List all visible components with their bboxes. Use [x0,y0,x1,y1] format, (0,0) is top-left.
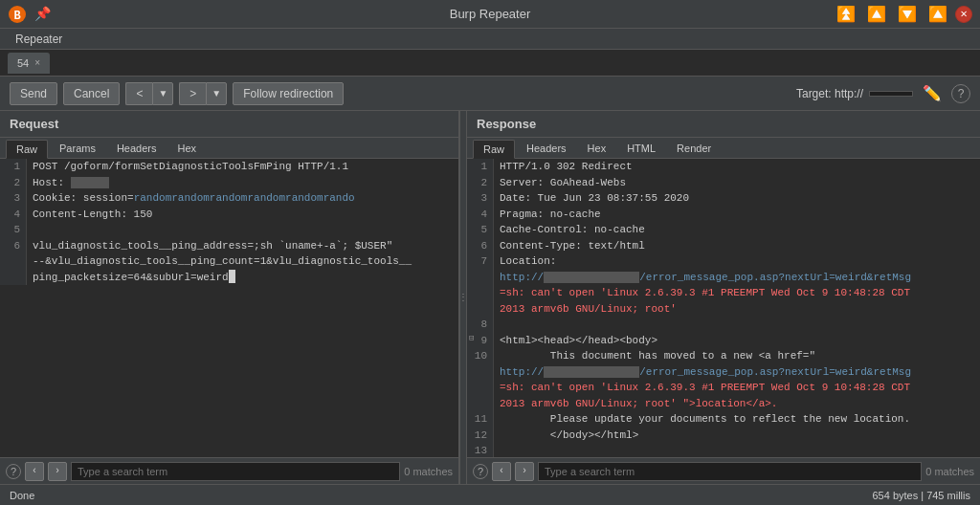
table-row: 3 Date: Tue Jun 23 08:37:55 2020 [467,190,980,207]
request-search-next-button[interactable]: › [48,462,67,481]
status-text: Done [10,490,34,501]
table-row: 9⊟ <html><head></head><body> [467,333,980,349]
back-button[interactable]: < [125,82,152,105]
response-panel-header: Response [467,111,980,138]
table-row: 2013 armv6b GNU/Linux; root' [467,301,980,318]
request-tab-headers[interactable]: Headers [107,140,167,158]
table-row: 4 Content-Length: 150 [0,207,458,223]
table-row: http:///error_message_pop.asp?nextUrl=we… [467,364,980,381]
table-row: =sh: can't open 'Linux 2.6.39.3 #1 PREEM… [467,380,980,396]
table-row: 12 </body></html> [467,428,980,444]
response-panel-tabs: Raw Headers Hex HTML Render [467,138,980,159]
panel-resizer[interactable]: ⋮ [459,111,467,484]
help-icon[interactable]: ? [951,84,970,103]
response-search-prev-button[interactable]: ‹ [492,462,511,481]
table-row: 4 Pragma: no-cache [467,207,980,223]
chevron-down-icon[interactable]: 🔽 [894,5,921,24]
response-search-input[interactable] [538,462,922,481]
response-tab-headers[interactable]: Headers [517,140,576,158]
table-row: 2013 armv6b GNU/Linux; root' ">location<… [467,396,980,412]
window-controls: ⏫ 🔼 🔽 🔼 ✕ [833,5,972,24]
table-row: ping_packetsize=64&subUrl=weird [0,270,458,286]
response-panel: Response Raw Headers Hex HTML Render 1 H… [467,111,980,484]
table-row: 6 Content-Type: text/html [467,238,980,254]
table-row: 8 [467,317,980,333]
status-size: 654 bytes | 745 millis [872,490,970,501]
menu-item-repeater[interactable]: Repeater [8,31,70,48]
edit-icon[interactable]: ✏️ [919,82,946,104]
table-row: 2 Server: GoAhead-Webs [467,175,980,191]
app-title: Burp Repeater [450,7,531,21]
main-content: Request Raw Params Headers Hex 1 POST /g… [0,111,980,484]
title-bar: B 📌 Burp Repeater ⏫ 🔼 🔽 🔼 ✕ [0,0,980,29]
toolbar: Send Cancel < ▼ > ▼ Follow redirection T… [0,77,980,111]
forward-split-button: > ▼ [179,82,227,105]
svg-text:B: B [13,10,20,23]
minimize-icon[interactable]: 🔼 [924,5,951,24]
tab-bar: 54 × [0,50,980,77]
back-arrow-button[interactable]: ▼ [152,82,173,105]
response-search-bar: ? ‹ › 0 matches [467,457,980,484]
request-tab-params[interactable]: Params [50,140,105,158]
response-tab-raw[interactable]: Raw [473,140,515,159]
request-panel-header: Request [0,111,458,138]
table-row: 13 [467,443,980,457]
response-tab-html[interactable]: HTML [617,140,665,158]
request-panel: Request Raw Params Headers Hex 1 POST /g… [0,111,459,484]
request-tab-hex[interactable]: Hex [168,140,207,158]
response-tab-render[interactable]: Render [667,140,721,158]
tab-54[interactable]: 54 × [8,53,50,74]
table-row: 5 Cache-Control: no-cache [467,222,980,238]
menu-bar: Repeater [0,29,980,50]
close-button[interactable]: ✕ [955,6,972,23]
table-row: 5 [0,222,458,238]
request-search-help-icon[interactable]: ? [6,464,21,479]
table-row: 11 Please update your documents to refle… [467,411,980,428]
table-row: 1 POST /goform/formSetDiagnosticToolsFmP… [0,159,458,175]
table-row: http:///error_message_pop.asp?nextUrl=we… [467,270,980,286]
back-split-button: < ▼ [125,82,173,105]
response-search-next-button[interactable]: › [515,462,534,481]
target-url [869,91,913,97]
table-row: --&vlu_diagnostic_tools__ping_count=1&vl… [0,253,458,270]
table-row: 1 HTTP/1.0 302 Redirect [467,159,980,175]
request-search-input[interactable] [71,462,400,481]
burp-logo: B [8,5,27,24]
response-code-area[interactable]: 1 HTTP/1.0 302 Redirect 2 Server: GoAhea… [467,159,980,457]
request-search-prev-button[interactable]: ‹ [25,462,44,481]
table-row: 6 vlu_diagnostic_tools__ping_address=;sh… [0,238,458,254]
cancel-button[interactable]: Cancel [63,82,120,105]
request-search-matches: 0 matches [404,466,453,477]
table-row: 10 This document has moved to a new <a h… [467,348,980,364]
pin-icon[interactable]: 📌 [34,6,51,22]
forward-button[interactable]: > [179,82,206,105]
response-search-matches: 0 matches [925,466,974,477]
request-code-area[interactable]: 1 POST /goform/formSetDiagnosticToolsFmP… [0,159,458,457]
forward-arrow-button[interactable]: ▼ [206,82,227,105]
chevron-up-double-icon[interactable]: ⏫ [833,5,859,24]
status-bar: Done 654 bytes | 745 millis [0,484,980,505]
request-search-bar: ? ‹ › 0 matches [0,457,458,484]
table-row: 7 Location: [467,253,980,270]
request-tab-raw[interactable]: Raw [6,140,48,159]
request-panel-tabs: Raw Params Headers Hex [0,138,458,159]
follow-redirect-button[interactable]: Follow redirection [233,82,344,105]
target-label: Target: http:// [796,87,863,100]
response-tab-hex[interactable]: Hex [578,140,616,158]
table-row: 2 Host: [0,175,458,191]
chevron-up-icon[interactable]: 🔼 [863,5,890,24]
title-bar-left: B 📌 [8,5,51,24]
table-row: 3 Cookie: session=randomrandomrandomrand… [0,190,458,207]
response-search-help-icon[interactable]: ? [473,464,488,479]
tab-close-icon[interactable]: × [34,57,40,68]
table-row: =sh: can't open 'Linux 2.6.39.3 #1 PREEM… [467,285,980,301]
tab-label: 54 [17,57,29,69]
send-button[interactable]: Send [10,82,57,105]
